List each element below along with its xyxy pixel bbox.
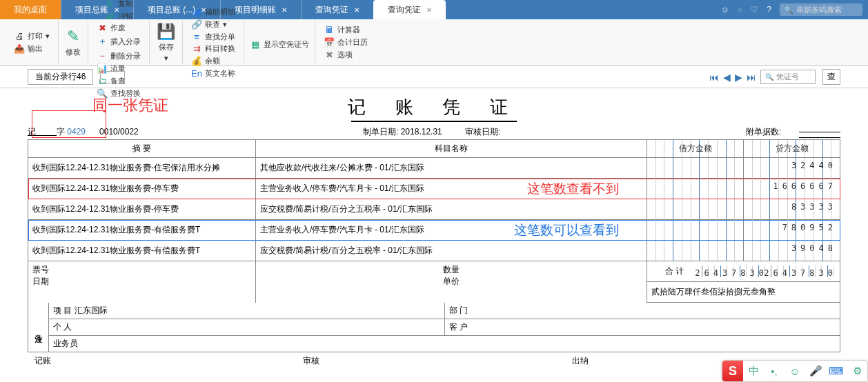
output-button[interactable]: 📤输出: [12, 43, 51, 54]
make-date: 2018.12.31: [401, 127, 442, 137]
calendar-icon: 📅: [324, 37, 335, 48]
header-subject: 科目名称: [256, 140, 647, 158]
table-row[interactable]: 收到国际12.24-12.31物业服务费-有偿服务费T主营业务收入/停车费/汽车…: [28, 220, 840, 241]
close-icon[interactable]: ✕: [201, 6, 206, 14]
prev-icon[interactable]: ◀: [723, 72, 731, 83]
close-icon[interactable]: ✕: [282, 6, 287, 14]
user-icon[interactable]: ☺: [721, 5, 729, 14]
options-button[interactable]: ✖选项: [322, 49, 369, 61]
label: 删除分录: [110, 51, 141, 61]
tab-label: 查询凭证: [315, 5, 348, 14]
ime-lang-button[interactable]: 中: [743, 361, 764, 381]
customer-label: 客 户: [445, 319, 840, 335]
label: 打印: [28, 31, 43, 41]
remark-label: 备注: [28, 303, 49, 352]
ime-s-icon[interactable]: S: [722, 361, 743, 381]
ticket-label: 票号: [32, 265, 49, 274]
tab-query1[interactable]: 查询凭证✕: [301, 0, 373, 19]
find-replace-button[interactable]: 🔍查找替换: [95, 88, 142, 99]
close-icon[interactable]: ✕: [114, 6, 119, 14]
label: 计算器: [337, 25, 360, 35]
nav-controls: ⏮ ◀ ▶ ⏭ 🔍凭证号 查: [709, 69, 840, 85]
footer-block: 备注 项 目 汇东国际部 门 个 人客 户 业务员: [28, 303, 840, 352]
insert-entry-button[interactable]: ＋插入分录: [95, 34, 142, 48]
bell-icon[interactable]: ○: [738, 5, 742, 14]
insert-icon: ＋: [97, 35, 108, 48]
contact-button[interactable]: 🔗联查 ▾: [190, 19, 237, 30]
tab-detail[interactable]: 项目明细账✕: [220, 0, 301, 19]
label: 输出: [28, 43, 43, 54]
cashier-label: 出纳: [572, 355, 589, 367]
delete-entry-button[interactable]: －删除分录: [95, 49, 142, 63]
label: 作废: [110, 23, 126, 33]
table-row[interactable]: 收到国际12.24-12.31物业服务费-住宅保洁用水分摊其他应收款/代收往来/…: [28, 158, 840, 179]
close-icon[interactable]: ✕: [426, 6, 432, 14]
ime-mic-button[interactable]: 🎤: [805, 361, 826, 381]
label: 余额: [205, 56, 220, 66]
table-row[interactable]: 收到国际12.24-12.31物业服务费-停车费应交税费/简易计税/百分之五税率…: [28, 199, 840, 220]
modify-button[interactable]: ✎修改: [63, 26, 83, 59]
subj-transfer-button[interactable]: ⇉科目转换: [190, 43, 237, 54]
show-empty-button[interactable]: ▦显示空凭证号: [248, 35, 310, 50]
label: 英文名称: [205, 68, 235, 79]
check-button[interactable]: 查: [822, 69, 840, 85]
invalid-icon: ✖: [97, 23, 108, 33]
project-value: 汇东国际: [75, 305, 108, 315]
annotation-note: 这笔数查看不到: [527, 180, 619, 198]
subject-cell: 主营业务收入/停车费/汽车月卡 - 01/汇东国际这笔数可以查看到: [256, 220, 647, 241]
table-row[interactable]: 收到国际12.24-12.31物业服务费-停车费主营业务收入/停车费/汽车月卡 …: [28, 179, 840, 199]
tab-ledger2[interactable]: 项目总账 (...)✕: [133, 0, 220, 19]
table-row[interactable]: 收到国际12.24-12.31物业服务费-有偿服务费T应交税费/简易计税/百分之…: [28, 241, 840, 261]
label: 保存: [159, 42, 174, 52]
summary-cell: 收到国际12.24-12.31物业服务费-停车费: [28, 199, 256, 220]
show-icon: ▦: [250, 39, 261, 50]
voucher-page: 0010/0022: [99, 127, 139, 137]
label: 选项: [337, 50, 353, 60]
voucher-no-input[interactable]: 🔍凭证号: [760, 70, 816, 84]
find-entry-button[interactable]: ≡查找分单: [190, 31, 237, 43]
voucher-prefix: 记: [28, 127, 57, 137]
close-icon[interactable]: ✕: [354, 6, 359, 14]
ime-keyboard-button[interactable]: ⌨: [826, 361, 847, 381]
label: 科目转换: [205, 43, 235, 54]
english-button[interactable]: En英文名称: [190, 68, 237, 79]
tab-ledger[interactable]: 项目总账✕: [61, 0, 133, 19]
heart-icon[interactable]: ♡: [751, 5, 758, 14]
ime-punct-button[interactable]: •,: [764, 361, 785, 381]
label: 查找替换: [110, 88, 141, 99]
tab-query2[interactable]: 查询凭证✕: [373, 0, 446, 19]
tab-label: 项目明细账: [235, 5, 276, 14]
top-tabs: 我的桌面 项目总账✕ 项目总账 (...)✕ 项目明细账✕ 查询凭证✕ 查询凭证…: [0, 0, 868, 19]
voucher-seq: 0429: [67, 127, 86, 137]
output-icon: 📤: [14, 43, 25, 54]
voucher-title: 记 账 凭 证: [28, 91, 840, 121]
balance-button[interactable]: 💰余额: [190, 55, 237, 67]
last-icon[interactable]: ⏭: [747, 72, 756, 83]
ime-settings-button[interactable]: ⚙: [847, 361, 867, 381]
ime-face-button[interactable]: ☺: [785, 361, 805, 381]
label: 修改: [66, 47, 81, 57]
search-icon: 🔍: [784, 6, 793, 14]
print-button[interactable]: 🖨打印 ▾: [12, 30, 51, 42]
voucher-meta: 记字 0429 0010/0022 制单日期: 2018.12.31 审核日期:…: [28, 122, 840, 139]
audit-date-label: 审核日期:: [465, 127, 500, 137]
operator-label: 业务员: [49, 336, 840, 352]
next-icon[interactable]: ▶: [735, 72, 742, 83]
voucher-table: 摘 要 科目名称 借方金额 贷方金额 收到国际12.24-12.31物业服务费-…: [28, 139, 840, 303]
date-label: 日期: [32, 277, 49, 286]
calendar-button[interactable]: 📅会计日历: [322, 37, 369, 48]
save-button[interactable]: 💾保存 ▾: [154, 21, 178, 64]
invalid-button[interactable]: ✖作废: [95, 22, 142, 34]
current-entry-info: 当前分录行46: [28, 69, 93, 85]
help-icon[interactable]: ?: [767, 5, 771, 14]
first-icon[interactable]: ⏮: [709, 72, 719, 83]
entry-input[interactable]: [100, 71, 125, 83]
annotation-note: 这笔数可以查看到: [514, 221, 619, 239]
tab-desktop[interactable]: 我的桌面: [0, 0, 61, 19]
ime-bar: S 中 •, ☺ 🎤 ⌨ ⚙: [722, 360, 868, 382]
placeholder: 凭证号: [776, 72, 799, 82]
edit-icon: ✎: [67, 28, 79, 46]
calc-button[interactable]: 🖩计算器: [322, 24, 369, 36]
en-icon: En: [191, 68, 202, 79]
cn-amount: 贰拾陆万肆仟叁佰柒拾捌元叁角整: [647, 282, 840, 303]
